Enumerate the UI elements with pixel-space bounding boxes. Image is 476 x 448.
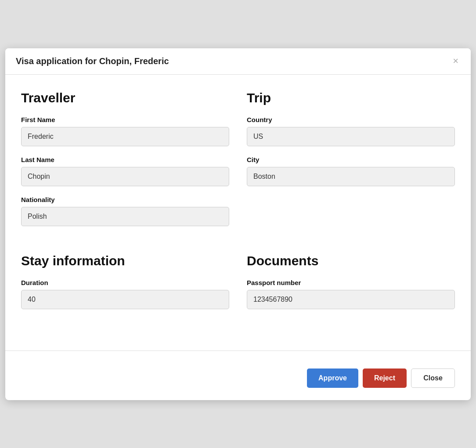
nationality-field-group: Nationality (21, 196, 229, 226)
last-name-label: Last Name (21, 156, 229, 163)
city-label: City (247, 156, 455, 163)
stay-information-section: Stay information Duration (21, 253, 229, 319)
modal-header: Visa application for Chopin, Frederic × (5, 48, 471, 75)
passport-number-field-group: Passport number (247, 279, 455, 309)
documents-section: Documents Passport number (247, 253, 455, 319)
close-button[interactable]: Close (411, 369, 455, 388)
first-name-input[interactable] (21, 127, 229, 146)
traveller-section-title: Traveller (21, 90, 229, 105)
approve-button[interactable]: Approve (307, 369, 358, 388)
modal-title: Visa application for Chopin, Frederic (16, 56, 169, 66)
trip-section: Trip Country City (247, 90, 455, 236)
city-field-group: City (247, 156, 455, 186)
traveller-section: Traveller First Name Last Name Nationali… (21, 90, 229, 236)
passport-number-input[interactable] (247, 290, 455, 309)
close-icon[interactable]: × (451, 56, 460, 66)
country-field-group: Country (247, 116, 455, 146)
bottom-sections-row: Stay information Duration Documents Pass… (21, 253, 455, 319)
modal-footer: Approve Reject Close (5, 361, 471, 400)
city-input[interactable] (247, 167, 455, 186)
reject-button[interactable]: Reject (363, 369, 407, 388)
passport-number-label: Passport number (247, 279, 455, 286)
duration-input[interactable] (21, 290, 229, 309)
country-label: Country (247, 116, 455, 123)
footer-divider (5, 350, 471, 351)
duration-field-group: Duration (21, 279, 229, 309)
first-name-field-group: First Name (21, 116, 229, 146)
last-name-input[interactable] (21, 167, 229, 186)
visa-application-modal: Visa application for Chopin, Frederic × … (5, 48, 471, 400)
duration-label: Duration (21, 279, 229, 286)
nationality-label: Nationality (21, 196, 229, 203)
modal-body: Traveller First Name Last Name Nationali… (5, 75, 471, 347)
country-input[interactable] (247, 127, 455, 146)
documents-section-title: Documents (247, 253, 455, 268)
top-sections-row: Traveller First Name Last Name Nationali… (21, 90, 455, 236)
trip-section-title: Trip (247, 90, 455, 105)
first-name-label: First Name (21, 116, 229, 123)
stay-information-section-title: Stay information (21, 253, 229, 268)
nationality-input[interactable] (21, 207, 229, 226)
last-name-field-group: Last Name (21, 156, 229, 186)
